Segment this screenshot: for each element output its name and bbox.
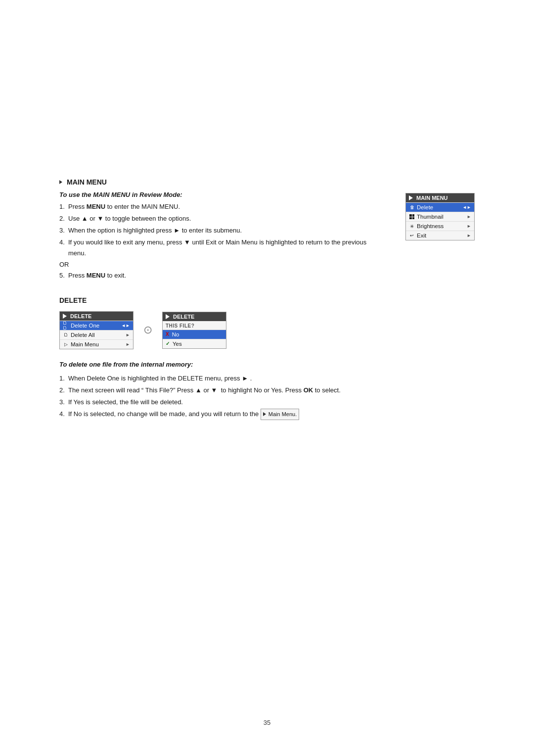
delete-title: DELETE [59,296,475,304]
main-menu-box: MAIN MENU 🗑 Delete ◄► [405,193,475,282]
delete-instructions: To delete one file from the internal mem… [59,359,475,420]
instruction-4: 4. If you would like to exit any menu, p… [59,237,386,259]
exit-icon: ↩ [409,233,415,238]
or-text: OR [59,261,386,268]
menu-item-delete-one[interactable]: 🗋🗋 Delete One ◄► [60,321,133,330]
menu-item-delete[interactable]: 🗑 Delete ◄► [406,202,474,212]
content-area: MAIN MENU To use the MAIN MENU in Review… [59,178,475,420]
delete-one-icon: 🗋🗋 [63,323,69,329]
arrow-right-icon: ► [126,342,130,347]
arrow-right-icon: ► [467,224,471,229]
arrow-right-icon: ◄► [121,323,130,328]
menu-item-yes[interactable]: ✓ Yes [163,339,226,348]
instruction-5: 5. Press MENU to exit. [59,270,386,281]
delete-all-icon: 🗋 [63,332,69,338]
menu-item-main-menu[interactable]: ▷ Main Menu ► [60,339,133,349]
delete-instruction-2: 2. The next screen will read “ This File… [59,385,475,396]
menu-item-brightness[interactable]: ✳ Brightness ► [406,221,474,231]
inline-play-icon [263,412,266,416]
delete-confirm-box-header: DELETE [163,312,226,321]
menu-item-thumbnail[interactable]: Thumbnail ► [406,212,474,221]
delete-icon: 🗑 [409,204,415,210]
arrow-right-icon: ► [467,214,471,219]
delete-instruction-1: 1. When Delete One is highlighted in the… [59,373,475,384]
delete-menu-box-header: DELETE [60,312,133,321]
menu-item-delete-all[interactable]: 🗋 Delete All ► [60,330,133,339]
delete-instruction-3: 3. If Yes is selected, the file will be … [59,397,475,408]
instruction-2: 2. Use ▲ or ▼ to toggle between the opti… [59,213,386,224]
main-menu-back-icon: ▷ [63,341,69,347]
delete-confirm-box: DELETE THIS FILE? X No ✓ Yes [162,312,226,349]
main-menu-inline-ref: Main Menu. [261,409,299,420]
thumbnail-icon [409,214,415,220]
arrow-right-icon: ◄► [462,205,471,210]
instruction-3: 3. When the option is highlighted press … [59,225,386,236]
delete-subsection-title: To delete one file from the internal mem… [59,359,475,370]
menu-item-exit[interactable]: ↩ Exit ► [406,231,474,240]
delete-menus-row: DELETE 🗋🗋 Delete One ◄► 🗋 [59,311,475,349]
delete-menu-box: DELETE 🗋🗋 Delete One ◄► 🗋 [59,311,134,349]
brightness-icon: ✳ [409,223,415,229]
delete-inst-list: 1. When Delete One is highlighted in the… [59,373,475,420]
instruction-1: 1. Press MENU to enter the MAIN MENU. [59,201,386,212]
page-number: 35 [264,719,270,726]
delete-section: DELETE DELETE 🗋🗋 Delete One ◄ [59,296,475,420]
delete-instruction-4: 4. If No is selected, no change will be … [59,409,475,420]
this-file-label: THIS FILE? [163,321,226,330]
check-mark-icon: ✓ [166,341,170,346]
header-play-icon [166,314,170,319]
menu-item-no[interactable]: X No [163,330,226,339]
page-container: MAIN MENU To use the MAIN MENU in Review… [0,0,534,756]
main-menu-title: MAIN MENU [59,178,386,186]
header-play-icon [63,314,67,319]
main-menu-ui-box: MAIN MENU 🗑 Delete ◄► [405,193,475,240]
play-icon [59,180,62,184]
arrow-right-icon: ► [467,233,471,238]
main-menu-subsection-title: To use the MAIN MENU in Review Mode: [59,191,386,198]
between-arrow: ⊙ [143,324,152,336]
main-menu-box-header: MAIN MENU [406,193,474,202]
main-menu-section: MAIN MENU To use the MAIN MENU in Review… [59,178,475,282]
main-menu-text: MAIN MENU To use the MAIN MENU in Review… [59,178,386,282]
arrow-right-icon: ► [126,332,130,337]
main-menu-instructions: 1. Press MENU to enter the MAIN MENU. 2.… [59,201,386,259]
x-mark-icon: X [166,331,169,337]
header-play-icon [409,195,413,200]
